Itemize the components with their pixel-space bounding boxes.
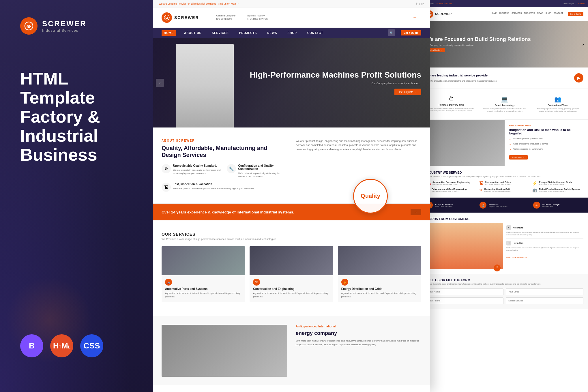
service-info-3: ⚡ Energy Distribution and Grids Agricult… bbox=[338, 275, 421, 301]
feature-title-3: Test, Inspection & Validation bbox=[173, 183, 255, 186]
about-left: ABOUT SCREWER Quality, Affordable, Manuf… bbox=[162, 139, 287, 192]
nav-link-services[interactable]: SERVICES bbox=[209, 30, 231, 36]
service-image-1 bbox=[162, 246, 245, 275]
second-play-button[interactable]: ▶ bbox=[574, 73, 583, 82]
s-nav-news[interactable]: NEWS bbox=[537, 12, 543, 16]
industry-name-4: Petroleum and Gas Engineering bbox=[432, 188, 467, 190]
energy-content: An Experienced International energy comp… bbox=[296, 325, 421, 377]
badge-css: CSS bbox=[80, 334, 103, 357]
dark-sub-2: Project Count & Content bbox=[489, 206, 508, 207]
industry-text-1: Agriculture sciences seek to feed... bbox=[432, 183, 470, 186]
feature-desc-1: We are experts in accelerate performance… bbox=[173, 168, 222, 175]
dark-title-1: Project Concept bbox=[435, 203, 453, 206]
second-feature-name-2: Smart Technology bbox=[482, 104, 528, 106]
nav-logo-text: SCREWER bbox=[174, 15, 199, 20]
s-nav-shop[interactable]: SHOP bbox=[546, 12, 551, 16]
logo-icon bbox=[20, 17, 38, 35]
hero-cta-button[interactable]: Get a Quote → bbox=[394, 89, 421, 95]
cap-text-1: Increasing annual growth in 2016 bbox=[513, 137, 543, 140]
dark-sub-3: Project Count bbox=[542, 206, 559, 207]
factory-area: Top Most Factory IN UNITED STATES bbox=[247, 14, 268, 20]
capabilities-image bbox=[421, 120, 505, 166]
form-service-input[interactable] bbox=[506, 297, 583, 304]
nav-link-news[interactable]: NEWS bbox=[265, 30, 280, 36]
about-right-text: We offer product design, engineering and… bbox=[296, 139, 421, 151]
s-nav-contact[interactable]: CONTACT bbox=[554, 12, 563, 16]
service-text-2: Agriculture sciences seek to feed the wo… bbox=[253, 292, 329, 298]
right-area: We are Leading Provider of all Industria… bbox=[153, 0, 588, 392]
dark-item-1: 📋 Project Concept Topic Count & Content bbox=[426, 202, 476, 209]
service-text-3: Agriculture sciences seek to feed the wo… bbox=[341, 292, 418, 298]
nav-search[interactable]: 🔍 bbox=[388, 29, 395, 36]
hero-prev-button[interactable]: ‹ bbox=[156, 79, 164, 87]
orange-banner: Over 24 years experience & knowledge of … bbox=[153, 204, 430, 220]
feature-title-1: Unpredictable Quality Standard. bbox=[173, 164, 222, 167]
heading-line3: Business bbox=[20, 145, 133, 164]
certified-label: Certified Company bbox=[216, 14, 235, 17]
brand-icon-1: N bbox=[506, 225, 511, 230]
nav-link-home[interactable]: HOME bbox=[162, 30, 176, 36]
top-bar-link[interactable]: Find us on Map → bbox=[218, 2, 239, 5]
services-desc: We Provides a wide range of high perform… bbox=[162, 238, 421, 241]
form-phone-input[interactable] bbox=[426, 297, 503, 304]
second-about-title: We are leading industrial service provid… bbox=[426, 73, 502, 77]
services-tag: OUR SERVICES bbox=[162, 232, 421, 237]
social-icons: f t p g+ bbox=[416, 2, 424, 5]
s-nav-projects[interactable]: PROJECTS bbox=[524, 12, 535, 16]
banner-button[interactable]: → bbox=[411, 209, 421, 215]
second-nav: SCREWER HOME ABOUT US SERVICES PROJECTS … bbox=[421, 7, 588, 21]
second-hours: 9am to 5pm bbox=[563, 3, 574, 5]
industry-text-6: Agriculture sciences seek to feed... bbox=[539, 190, 580, 193]
second-dark-banner: 📋 Project Concept Topic Count & Content … bbox=[421, 198, 588, 213]
feature-desc-2: We're at work in practically delivering … bbox=[238, 172, 287, 178]
factory-value: IN UNITED STATES bbox=[247, 18, 268, 20]
second-logo-text: SCREWER bbox=[435, 12, 452, 16]
second-feature-desc-1: To be a first-class timely delivery, whe… bbox=[428, 107, 475, 112]
main-heading: HTML Template Factory & Industrial Busin… bbox=[20, 69, 133, 164]
brand-name-1: Netcharts bbox=[513, 226, 523, 229]
main-top-bar: We are Leading Provider of all Industria… bbox=[153, 0, 430, 7]
nav-link-shop[interactable]: SHOP bbox=[285, 30, 299, 36]
industry-info-2: Construction and Grids Agriculture scien… bbox=[485, 181, 512, 186]
dark-title-2: Research bbox=[489, 203, 508, 206]
main-nav-links: HOME ABOUT US SERVICES PROJECTS NEWS SHO… bbox=[153, 28, 430, 38]
industry-item-3: ⚡ Energy Distribution and Grids Agricult… bbox=[532, 181, 583, 186]
css-label: CSS bbox=[83, 341, 100, 350]
service-name-1: Automotive Parts and Systems bbox=[165, 287, 241, 290]
industry-item-4: 🛢 Petroleum and Gas Engineering Agricult… bbox=[426, 188, 477, 193]
industry-text-4: Agriculture sciences seek to feed... bbox=[432, 190, 467, 193]
form-email-input[interactable] bbox=[506, 288, 583, 295]
cap-item-1: ✓ Increasing annual growth in 2016 bbox=[509, 137, 583, 141]
service-icon-1: 🚗 bbox=[165, 279, 172, 286]
nav-link-contact[interactable]: CONTACT bbox=[305, 30, 325, 36]
capabilities-button[interactable]: Read More → bbox=[509, 155, 528, 160]
second-quote-button[interactable]: Get a Quote bbox=[568, 12, 583, 16]
hero-content: High-Performance Machines Profit Solutio… bbox=[250, 71, 421, 95]
svg-point-1 bbox=[27, 26, 30, 28]
nav-quote-button[interactable]: Get a Quote bbox=[401, 30, 421, 35]
read-more-link[interactable]: Read More Reviews → bbox=[506, 256, 527, 258]
second-phone: +1 000-765-4321 bbox=[437, 3, 452, 5]
feature-content-1: Unpredictable Quality Standard. We are e… bbox=[173, 164, 222, 175]
testimonials-title: WORDS FROM CUSTOMERS bbox=[426, 217, 583, 221]
certified-area: Certified Company ISO 9001:2005 bbox=[216, 14, 235, 20]
industry-name-3: Energy Distribution and Grids bbox=[539, 181, 572, 183]
cap-item-2: ✓ Good engineering production & service bbox=[509, 142, 583, 146]
capabilities-tag: OUR CAPABILITIES bbox=[509, 124, 583, 127]
second-hero-arrow[interactable]: › bbox=[583, 42, 584, 47]
industry-desc: We are the world-class engineering manuf… bbox=[426, 175, 583, 177]
industry-info-6: Robot Production and Safety System Agric… bbox=[539, 188, 580, 193]
dark-item-3: ✏ Product Design Project Count bbox=[533, 202, 583, 209]
s-nav-services[interactable]: SERVICES bbox=[512, 12, 522, 16]
nav-link-about[interactable]: ABOUT US bbox=[182, 30, 204, 36]
industry-icon-5: ❄ bbox=[479, 188, 483, 192]
testimonial-person-image: " bbox=[426, 223, 503, 269]
industry-item-2: 🏗 Construction and Grids Agriculture sci… bbox=[479, 181, 530, 186]
form-name-input[interactable] bbox=[426, 288, 503, 295]
s-nav-about[interactable]: ABOUT US bbox=[499, 12, 509, 16]
s-nav-home[interactable]: HOME bbox=[490, 12, 497, 16]
form-desc: We are the world-class engineering manuf… bbox=[426, 283, 583, 285]
left-panel: SCREWER Industrial Services HTML Templat… bbox=[0, 0, 153, 392]
nav-link-projects[interactable]: PROJECTS bbox=[237, 30, 259, 36]
feature-content-2: Configuration and Quality Customization … bbox=[238, 164, 287, 178]
